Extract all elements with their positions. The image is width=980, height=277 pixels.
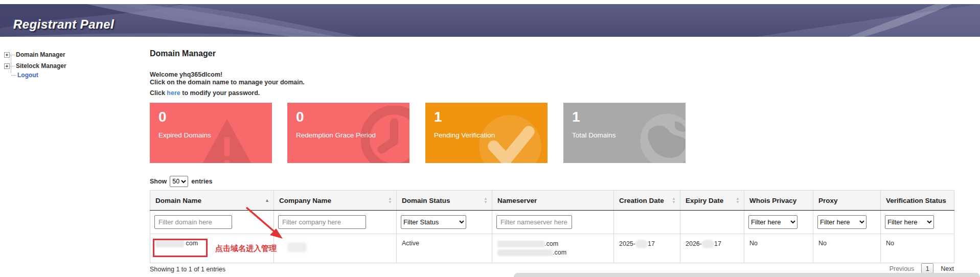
entries-label: entries	[191, 178, 212, 185]
sidebar-item-logout[interactable]: Logout	[11, 72, 38, 79]
filter-verification-select[interactable]: Filter here	[885, 215, 934, 229]
check-icon	[477, 113, 543, 163]
filter-expiry-date-empty	[680, 211, 744, 234]
sidebar-item-label[interactable]: Sitelock Manager	[16, 62, 66, 70]
welcome-line2: Click on the domain name to manage your …	[150, 79, 305, 86]
banner-swoosh-decoration	[0, 4, 980, 37]
sort-both-icon[interactable]: ▲▼	[736, 197, 740, 204]
card-expired-domains[interactable]: 0 Expired Domains	[150, 103, 272, 163]
redacted-blur	[702, 240, 714, 248]
show-entries-control: Show 50 entries	[150, 176, 212, 187]
card-value: 0	[158, 109, 167, 125]
page-title: Domain Manager	[150, 49, 216, 58]
sort-both-icon[interactable]: ▲▼	[672, 197, 676, 204]
tree-dotted-stub	[10, 55, 15, 55]
filter-status-select[interactable]: Filter Status	[401, 215, 466, 229]
redacted-blur	[497, 241, 544, 247]
filter-row: Filter Status Filter here Filter here Fi…	[150, 211, 954, 234]
sort-asc-icon[interactable]: ▲	[265, 199, 269, 202]
column-header-creation-date[interactable]: Creation Date ▲▼	[614, 191, 680, 211]
cell-creation-date: 2025-17	[614, 234, 680, 263]
table-header-row: Domain Name ▲ Company Name ▲▼ Domain Sta…	[150, 191, 954, 211]
filter-proxy-select[interactable]: Filter here	[817, 215, 867, 229]
annotation-text: 点击域名进入管理	[215, 244, 277, 253]
cell-proxy: No	[813, 234, 881, 263]
column-header-proxy[interactable]: Proxy	[813, 191, 881, 211]
page-size-select[interactable]: 50	[170, 176, 188, 187]
cell-expiry-date: 2026-17	[680, 234, 744, 263]
sidebar-item-sitelock-manager[interactable]: Sitelock Manager	[4, 62, 66, 70]
card-total-domains[interactable]: 1 Total Domains	[563, 103, 686, 163]
globe-icon	[636, 110, 686, 163]
sort-both-icon[interactable]: ▲▼	[484, 197, 488, 204]
logout-link[interactable]: Logout	[17, 72, 38, 79]
card-value: 1	[572, 109, 580, 125]
modify-password-link[interactable]: here	[167, 89, 180, 97]
column-header-whois-privacy[interactable]: Whois Privacy	[744, 191, 813, 211]
column-header-expiry-date[interactable]: Expiry Date ▲▼	[680, 191, 744, 211]
tree-dotted-stub	[10, 66, 15, 66]
sort-both-icon[interactable]: ▲▼	[388, 197, 392, 204]
redacted-blur	[497, 249, 553, 256]
cell-nameserver: .com .com	[492, 234, 614, 263]
showing-entries-text: Showing 1 to 1 of 1 entries	[150, 266, 225, 273]
redacted-blur	[155, 240, 184, 247]
tree-dotted-stub	[11, 75, 16, 76]
cell-verification-status: No	[881, 234, 954, 263]
next-page-button[interactable]: Next	[941, 265, 954, 272]
cell-domain-status: Active	[397, 234, 492, 263]
card-value: 1	[434, 109, 442, 125]
sidebar-item-domain-manager[interactable]: Domain Manager	[4, 51, 65, 58]
column-header-verification-status[interactable]: Verification Status	[881, 191, 954, 211]
redacted-blur	[635, 240, 648, 248]
expand-plus-icon[interactable]	[4, 52, 10, 58]
filter-company-input[interactable]	[278, 215, 366, 229]
card-redemption-grace-period[interactable]: 0 Redemption Grace Period	[287, 103, 409, 163]
nameserver-line1-suffix: .com	[544, 240, 558, 247]
filter-nameserver-input[interactable]	[496, 215, 572, 229]
column-header-domain-status[interactable]: Domain Status ▲▼	[397, 191, 492, 211]
expand-plus-icon[interactable]	[4, 63, 10, 69]
domain-suffix-text[interactable]: com	[186, 240, 198, 247]
show-label: Show	[150, 178, 167, 185]
card-pending-verification[interactable]: 1 Pending Verification	[425, 103, 548, 163]
warning-triangle-icon	[196, 116, 258, 163]
redacted-blur	[287, 242, 307, 252]
sidebar-item-label[interactable]: Domain Manager	[16, 51, 65, 58]
card-label: Total Domains	[572, 131, 616, 139]
clock-icon	[361, 106, 409, 163]
bottom-panel-edge	[514, 273, 980, 277]
password-line-suffix: to modify your password.	[180, 89, 260, 97]
app-title: Registrant Panel	[13, 17, 114, 32]
password-line: Click here to modify your password.	[150, 89, 260, 97]
filter-whois-select[interactable]: Filter here	[748, 215, 797, 229]
previous-page-button[interactable]: Previous	[890, 265, 915, 272]
cell-whois-privacy: No	[744, 234, 813, 263]
filter-domain-input[interactable]	[154, 215, 232, 229]
filter-creation-date-empty	[614, 211, 680, 234]
column-header-domain-name[interactable]: Domain Name ▲	[150, 191, 274, 211]
password-line-prefix: Click	[150, 89, 167, 97]
column-header-nameserver[interactable]: Nameserver	[492, 191, 614, 211]
column-header-company-name[interactable]: Company Name ▲▼	[274, 191, 397, 211]
nameserver-line2-suffix: .com	[553, 249, 566, 256]
card-value: 0	[296, 109, 304, 125]
top-banner: Registrant Panel	[0, 4, 980, 37]
welcome-text: Welcome yhq365dlcom! Click on the domain…	[150, 71, 305, 86]
welcome-line1: Welcome yhq365dlcom!	[150, 71, 305, 79]
